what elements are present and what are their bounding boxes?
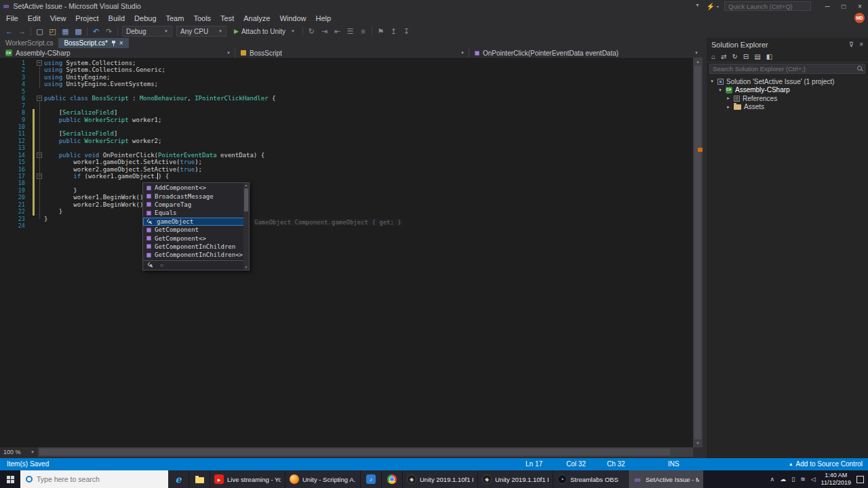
scrollbar-thumb[interactable] <box>244 188 248 211</box>
completion-item-getcomponentinchildren[interactable]: GetComponentInChildren<> <box>143 251 249 259</box>
code-line[interactable]: using UnityEngine; <box>44 74 275 81</box>
indent-icon[interactable]: ⇥ <box>318 27 331 36</box>
navigate-backward-icon[interactable]: ← <box>3 27 16 35</box>
filter-toggle-icon[interactable]: ○ <box>160 262 163 268</box>
code-line[interactable] <box>44 88 275 95</box>
document-well-dropdown-icon[interactable]: ▼ <box>695 3 700 7</box>
collapse-all-icon[interactable]: ⊟ <box>743 53 749 60</box>
code-line[interactable] <box>44 102 275 109</box>
bookmark-icon[interactable]: ⚑ <box>374 27 387 36</box>
menu-team[interactable]: Team <box>161 12 189 24</box>
horizontal-scrollbar-track[interactable] <box>38 447 693 457</box>
code-line[interactable]: public WorkerScript worker1; <box>44 117 275 123</box>
menu-window[interactable]: Window <box>275 12 311 24</box>
completion-scrollbar[interactable]: ▲ ▼ <box>243 183 249 270</box>
taskbar-app-obs[interactable]: Streamlabs OBS <box>553 470 628 488</box>
close-button[interactable]: × <box>852 0 868 12</box>
menu-tools[interactable]: Tools <box>189 12 216 24</box>
code-editor[interactable]: 123456789101112131415161718192021222324 … <box>0 58 693 447</box>
network-icon[interactable]: ≋ <box>800 476 806 483</box>
attach-to-unity-button[interactable]: ▶ Attach to Unity ▼ <box>230 26 299 37</box>
save-all-icon[interactable]: ▩ <box>72 27 85 36</box>
code-line[interactable]: [SerializeField] <box>44 109 275 116</box>
zoom-control[interactable]: 100 % ▼ <box>0 447 38 457</box>
save-icon[interactable]: ▦ <box>59 27 72 36</box>
user-avatar[interactable]: MD <box>854 13 865 23</box>
cloud-icon[interactable]: ☁ <box>780 476 786 483</box>
completion-item-getcomponent[interactable]: GetComponent <box>143 226 249 234</box>
collapsed-arrow-icon[interactable]: ▸ <box>726 104 731 110</box>
collapsed-arrow-icon[interactable]: ▸ <box>726 96 731 101</box>
code-line[interactable]: public class BossScript : MonoBehaviour,… <box>44 95 275 102</box>
completion-item-equals[interactable]: Equals <box>143 209 249 217</box>
wrench-filter-icon[interactable] <box>147 262 154 268</box>
refresh-icon[interactable]: ↻ <box>732 53 737 60</box>
solution-explorer-search-input[interactable] <box>710 65 856 73</box>
outdent-icon[interactable]: ⇤ <box>331 27 344 36</box>
scroll-down-icon[interactable]: ▼ <box>243 265 249 270</box>
pin-icon[interactable] <box>111 40 116 46</box>
code-line[interactable]: using UnityEngine.EventSystems; <box>44 81 275 87</box>
sync-active-document-icon[interactable]: ⇄ <box>721 53 726 60</box>
completion-item-gameobject[interactable]: gameObject <box>143 218 249 226</box>
tray-expand-icon[interactable]: ∧ <box>770 476 775 483</box>
scrollbar-thumb[interactable] <box>39 449 670 455</box>
completion-item-addcomponent[interactable]: AddComponent<> <box>143 184 249 192</box>
quick-launch-input[interactable] <box>724 1 811 11</box>
properties-icon[interactable]: ▤ <box>754 53 760 60</box>
code-line[interactable]: using System.Collections.Generic; <box>44 66 275 73</box>
step-over-icon[interactable]: ↻ <box>305 27 318 36</box>
comment-icon[interactable]: ☰ <box>344 27 357 36</box>
taskbar-search-input[interactable] <box>37 475 163 483</box>
taskbar-app-unity[interactable]: Unity 2019.1.10f1 P... <box>403 470 477 488</box>
open-file-icon[interactable]: ◰ <box>46 27 59 36</box>
solution-configurations-dropdown[interactable]: Debug ▼ <box>122 26 172 37</box>
menu-view[interactable]: View <box>45 12 71 24</box>
tree-item-solution-setactive-issue-1-project[interactable]: ▾Solution 'SetActive Issue' (1 project) <box>707 77 868 86</box>
close-icon[interactable]: × <box>859 41 863 48</box>
taskbar-app-explorer[interactable] <box>189 470 210 488</box>
taskbar-search[interactable] <box>20 470 168 488</box>
solution-platforms-dropdown[interactable]: Any CPU ▼ <box>176 26 226 37</box>
tab-bossscript-cs[interactable]: BossScript.cs*× <box>58 38 128 48</box>
code-line[interactable]: [SerializeField] <box>44 130 275 137</box>
feedback-lightning-icon[interactable]: ⚡ <box>707 3 715 10</box>
tree-item-assembly-csharp[interactable]: ▾Assembly-CSharp <box>707 86 868 95</box>
code-line[interactable]: public void OnPointerClick(PointerEventD… <box>44 152 275 159</box>
scroll-up-icon[interactable]: ▲ <box>693 58 703 66</box>
tree-item-assets[interactable]: ▸Assets <box>707 103 868 112</box>
next-bookmark-icon[interactable]: ↧ <box>400 27 413 36</box>
expanded-arrow-icon[interactable]: ▾ <box>717 87 723 93</box>
redo-icon[interactable]: ↷ <box>102 27 115 36</box>
collapse-region-icon[interactable]: − <box>37 96 42 101</box>
type-dropdown[interactable]: BossScript ▼ <box>235 48 469 58</box>
code-line[interactable] <box>44 123 275 130</box>
code-line[interactable]: public WorkerScript worker2; <box>44 138 275 144</box>
completion-item-getcomponentinchildren[interactable]: GetComponentInChildren <box>143 243 249 251</box>
code-line[interactable] <box>44 144 275 151</box>
taskbar-app-vs[interactable]: SetActive Issue - M... <box>629 470 703 488</box>
start-button[interactable] <box>0 470 20 488</box>
completion-item-comparetag[interactable]: CompareTag <box>143 201 249 209</box>
editor-vertical-scrollbar[interactable]: ▲ ▼ <box>693 58 703 447</box>
taskbar-app-edge[interactable] <box>168 470 189 488</box>
tree-item-references[interactable]: ▸References <box>707 94 868 103</box>
tab-workerscript-cs[interactable]: WorkerScript.cs <box>0 38 58 48</box>
maximize-button[interactable]: □ <box>835 0 852 12</box>
menu-help[interactable]: Help <box>311 12 336 24</box>
home-icon[interactable]: ⌂ <box>711 53 715 60</box>
taskbar-app-media[interactable] <box>361 470 381 488</box>
taskbar-app-youtube[interactable]: Live streaming - Yo... <box>210 470 285 488</box>
expanded-arrow-icon[interactable]: ▾ <box>709 79 715 84</box>
battery-icon[interactable]: ▯ <box>791 476 795 483</box>
menu-edit[interactable]: Edit <box>23 12 45 24</box>
taskbar-app-browser[interactable]: Unity - Scripting A... <box>285 470 360 488</box>
navigate-forward-icon[interactable]: → <box>16 27 28 35</box>
prev-bookmark-icon[interactable]: ↥ <box>387 27 400 36</box>
code-line[interactable]: if (worker1.gameObject.) { <box>44 173 275 180</box>
close-tab-icon[interactable]: × <box>119 40 123 47</box>
taskbar-app-unity[interactable]: Unity 2019.1.10f1 P... <box>478 470 553 488</box>
project-dropdown[interactable]: Assembly-CSharp ▼ <box>0 48 235 58</box>
add-to-source-control-button[interactable]: ▲ Add to Source Control <box>789 460 863 468</box>
menu-test[interactable]: Test <box>216 12 239 24</box>
